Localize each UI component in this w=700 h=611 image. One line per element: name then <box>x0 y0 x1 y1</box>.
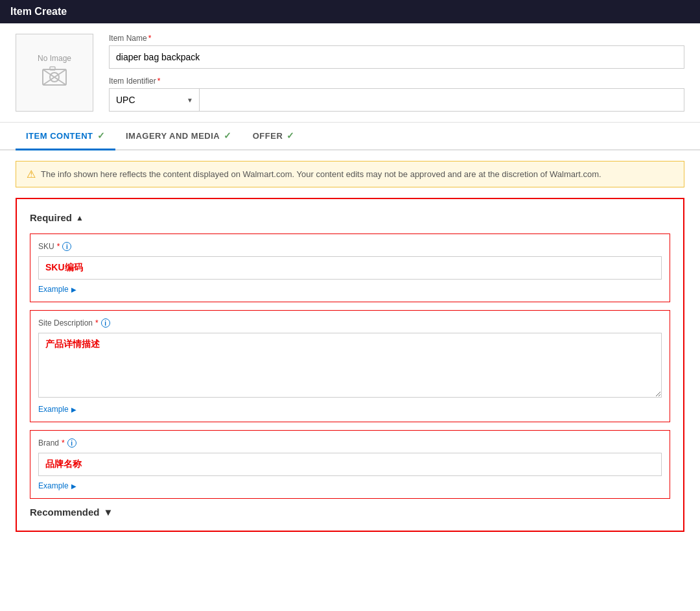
brand-example-link[interactable]: Example ▶ <box>38 481 662 490</box>
brand-required: * <box>62 438 65 448</box>
identifier-select-wrapper: UPC GTIN EAN ISBN <box>109 88 200 112</box>
site-description-required: * <box>95 318 99 328</box>
no-image-label: No Image <box>38 54 71 63</box>
site-description-label: Site Description * i <box>38 318 662 328</box>
site-description-example-label: Example <box>38 405 69 414</box>
item-image-placeholder: No Image <box>16 34 93 112</box>
camera-icon <box>41 66 67 91</box>
item-form-fields: Item Name* Item Identifier* UPC GTIN EAN… <box>109 34 684 112</box>
warning-text: The info shown here reflects the content… <box>41 169 601 179</box>
site-description-example-link[interactable]: Example ▶ <box>38 405 662 414</box>
brand-field-card: Brand * i Example ▶ <box>30 430 670 499</box>
required-section-title: Required ▲ <box>30 212 670 223</box>
offer-check-icon: ✓ <box>286 130 295 141</box>
site-description-example-arrow: ▶ <box>71 406 76 413</box>
recommended-arrow-icon: ▼ <box>104 507 113 518</box>
page-title: Item Create <box>10 6 67 18</box>
brand-example-label: Example <box>38 481 69 490</box>
recommended-label: Recommended <box>30 507 100 518</box>
brand-example-arrow: ▶ <box>71 483 76 490</box>
brand-input[interactable] <box>38 453 662 476</box>
item-content-check-icon: ✓ <box>97 130 106 141</box>
sku-label: SKU * i <box>38 242 662 251</box>
recommended-section-title: Recommended ▼ <box>30 507 670 518</box>
item-name-input[interactable] <box>109 45 684 69</box>
sku-field-card: SKU * i Example ▶ <box>30 234 670 302</box>
brand-info-icon[interactable]: i <box>67 438 76 448</box>
site-description-info-icon[interactable]: i <box>101 318 110 328</box>
tab-offer[interactable]: OFFER ✓ <box>242 123 305 150</box>
item-identifier-required: * <box>158 77 161 86</box>
brand-label: Brand * i <box>38 438 662 448</box>
item-name-required: * <box>148 34 152 43</box>
tab-imagery-media-label: IMAGERY AND MEDIA <box>126 131 220 141</box>
imagery-media-check-icon: ✓ <box>224 130 232 141</box>
page-header: Item Create <box>0 0 700 23</box>
sku-input[interactable] <box>38 256 662 280</box>
sku-example-arrow: ▶ <box>71 286 76 293</box>
item-name-label: Item Name* <box>109 34 684 43</box>
tab-item-content-label: ITEM CONTENT <box>26 131 93 141</box>
identifier-value-input[interactable] <box>200 88 684 112</box>
tab-imagery-media[interactable]: IMAGERY AND MEDIA ✓ <box>115 123 242 150</box>
svg-rect-4 <box>50 67 55 70</box>
tab-item-content[interactable]: ITEM CONTENT ✓ <box>16 123 115 150</box>
main-content: No Image Item Name* Item <box>0 23 700 611</box>
item-identifier-label: Item Identifier* <box>109 77 684 86</box>
item-name-group: Item Name* <box>109 34 684 69</box>
required-label: Required <box>30 212 72 223</box>
required-arrow-icon: ▲ <box>76 213 84 222</box>
sku-example-link[interactable]: Example ▶ <box>38 285 662 294</box>
identifier-select[interactable]: UPC GTIN EAN ISBN <box>109 88 200 112</box>
site-description-field-card: Site Description * i 产品详情描述 Example ▶ <box>30 310 670 422</box>
sku-required: * <box>57 242 60 251</box>
tab-offer-label: OFFER <box>253 131 283 141</box>
sku-example-label: Example <box>38 285 69 294</box>
required-form-container: Required ▲ SKU * i Example ▶ Site Descri… <box>16 198 684 532</box>
warning-icon: ⚠ <box>27 168 36 180</box>
tab-bar: ITEM CONTENT ✓ IMAGERY AND MEDIA ✓ OFFER… <box>0 123 700 150</box>
item-identifier-group: Item Identifier* UPC GTIN EAN ISBN <box>109 77 684 112</box>
sku-info-icon[interactable]: i <box>62 242 71 251</box>
warning-banner: ⚠ The info shown here reflects the conte… <box>16 161 684 187</box>
identifier-row: UPC GTIN EAN ISBN <box>109 88 684 112</box>
site-description-textarea[interactable]: 产品详情描述 <box>38 333 662 398</box>
item-header-section: No Image Item Name* Item <box>0 23 700 123</box>
